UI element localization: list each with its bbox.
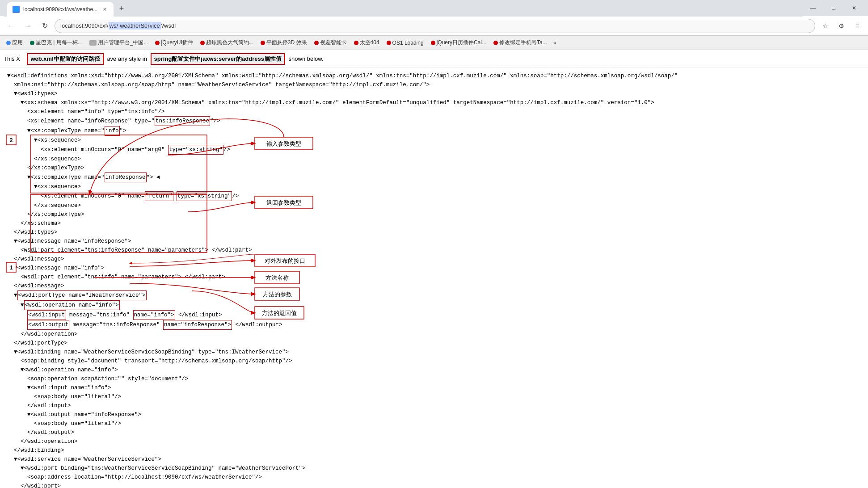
- bookmark-dark-theme[interactable]: 超炫黑色大气简约...: [198, 38, 256, 47]
- xml-line-28: <wsdl:output message="tns:infoResponse" …: [7, 320, 861, 330]
- xml-line-42: </wsdl:binding>: [7, 446, 861, 455]
- page-content: This X web.xml中配置的访问路径 ave any style in …: [0, 50, 868, 488]
- address-suffix: ?wsdl: [161, 22, 176, 29]
- xml-line-29: </wsdl:operation>: [7, 330, 861, 339]
- xml-line-36: <soap:body use="literal"/>: [7, 392, 861, 401]
- xml-line-10: </xs:sequence>: [7, 155, 861, 164]
- browser-tab[interactable]: 🌐 localhost:9090/cxf/ws/weathe... ✕: [7, 2, 114, 17]
- xml-line-5: <xs:element name="info" type="tns:info"/…: [7, 107, 861, 116]
- xml-line-15: </xs:sequence>: [7, 201, 861, 210]
- xml-line-27: <wsdl:input message="tns:info" name="inf…: [7, 310, 861, 320]
- xml-line-31: ▼<wsdl:binding name="WeatherServiceServi…: [7, 348, 861, 357]
- extensions-icon[interactable]: ⚙: [834, 19, 848, 33]
- bookmark-phone[interactable]: 修改绑定手机号Ta...: [491, 38, 550, 47]
- xml-line-1: ▼<wsdl:definitions xmlns:xsd="http://www…: [7, 72, 861, 80]
- bookmarks-bar: 应用 星巴克 | 用每一杯... 用户管理平台_中国... jQueryUI插件…: [0, 36, 868, 50]
- address-bar[interactable]: localhost:9090/cxf/ws/weatherService?wsd…: [55, 19, 815, 33]
- bookmark-label: 星巴克 | 用每一杯...: [36, 39, 82, 46]
- new-tab-button[interactable]: +: [115, 2, 128, 15]
- xml-line-21: </wsdl:message>: [7, 255, 861, 264]
- bookmark-icon: [493, 41, 498, 45]
- address-prefix: localhost:9090/cxf/: [60, 22, 109, 29]
- xml-line-26: ▼<wsdl:operation name="info">: [7, 300, 861, 310]
- bookmark-label: OS1 Loading: [392, 40, 424, 46]
- bookmark-apps[interactable]: 应用: [4, 38, 25, 47]
- xml-line-11: </xs:complexType>: [7, 164, 861, 172]
- bookmark-parallax[interactable]: 视差智能卡: [312, 38, 350, 47]
- xml-line-16: </xs:complexType>: [7, 210, 861, 219]
- xml-line-34: <soap:operation soapAction="" style="doc…: [7, 374, 861, 383]
- window-controls: — □ ✕: [803, 0, 864, 16]
- xml-line-37: </wsdl:input>: [7, 401, 861, 410]
- bookmark-3d-effect[interactable]: 平面悬停3D 效果: [258, 38, 310, 47]
- xml-line-33: ▼<wsdl:operation name="info">: [7, 366, 861, 374]
- bookmark-icon: [314, 41, 319, 45]
- xml-line-38: ▼<wsdl:output name="infoResponse">: [7, 410, 861, 419]
- bookmark-label: 超炫黑色大气简约...: [206, 39, 253, 46]
- tab-label: localhost:9090/cxf/ws/weathe...: [23, 6, 97, 13]
- xml-content: ▼<wsdl:definitions xmlns:xsd="http://www…: [0, 68, 868, 488]
- refresh-button[interactable]: ↻: [38, 19, 52, 33]
- bookmark-icon: [30, 41, 34, 45]
- maximize-button[interactable]: □: [823, 0, 844, 16]
- bookmark-jquery-ui[interactable]: jQueryUI插件: [152, 38, 195, 47]
- toolbar-icons: ☆ ⚙ ≡: [818, 19, 864, 33]
- bookmark-icon: [155, 41, 160, 45]
- xml-line-14: <xs:element minOccurs="0" name="return" …: [7, 191, 861, 201]
- xml-line-30: </wsdl:portType>: [7, 339, 861, 348]
- xml-line-4: ▼<xs:schema xmlns:xs="http://www.w3.org/…: [7, 98, 861, 107]
- xml-line-2: xmlns:ns1="http://schemas.xmlsoap.org/so…: [7, 80, 861, 89]
- bookmark-label: 修改绑定手机号Ta...: [499, 39, 547, 46]
- xml-line-45: <soap:address location="http://localhost…: [7, 473, 861, 482]
- close-button[interactable]: ✕: [844, 0, 864, 16]
- menu-icon[interactable]: ≡: [850, 19, 864, 33]
- bookmark-label: 平面悬停3D 效果: [266, 39, 307, 46]
- bookmark-starbucks[interactable]: 星巴克 | 用每一杯...: [27, 38, 85, 47]
- back-button[interactable]: ←: [4, 19, 18, 33]
- bookmark-icon: [387, 41, 391, 45]
- forward-button[interactable]: →: [21, 19, 35, 33]
- browser-chrome: 🌐 localhost:9090/cxf/ws/weathe... ✕ + — …: [0, 0, 868, 50]
- xml-line-13: ▼<xs:sequence>: [7, 182, 861, 191]
- xml-line-24: </wsdl:message>: [7, 282, 861, 290]
- xml-line-25: ▼<wsdl:portType name="IWeatherService">: [7, 290, 861, 300]
- xml-line-12: ▼<xs:complexType name="infoResponse"> ◄: [7, 172, 861, 182]
- xml-line-3: ▼<wsdl:types>: [7, 89, 861, 98]
- bookmark-icon: [261, 41, 265, 45]
- xml-line-17: </xs:schema>: [7, 219, 861, 228]
- xml-line-9: <xs:element minOccurs="0" name="arg0" ty…: [7, 145, 861, 155]
- bookmark-os1[interactable]: OS1 Loading: [384, 39, 426, 47]
- page-wrapper: This X web.xml中配置的访问路径 ave any style in …: [0, 50, 868, 488]
- bookmark-404[interactable]: 太空404: [351, 38, 382, 47]
- annotation-bar: This X web.xml中配置的访问路径 ave any style in …: [0, 50, 868, 68]
- bookmark-label: jQueryUI插件: [161, 39, 193, 46]
- bookmark-label: 应用: [12, 39, 23, 46]
- bookmark-usermgmt[interactable]: 用户管理平台_中国...: [87, 38, 151, 47]
- bookmark-icon: [6, 41, 11, 45]
- xml-line-32: <soap:binding style="document" transport…: [7, 357, 861, 366]
- xml-line-44: ▼<wsdl:port binding="tns:WeatherServiceS…: [7, 464, 861, 473]
- xml-line-35: ▼<wsdl:input name="info">: [7, 383, 861, 392]
- xml-line-39: <soap:body use="literal"/>: [7, 419, 861, 428]
- xml-line-40: </wsdl:output>: [7, 428, 861, 437]
- bookmark-jquery-cal[interactable]: jQuery日历插件Cal...: [428, 38, 489, 47]
- xml-line-23: <wsdl:part element="tns:info" name="para…: [7, 273, 861, 282]
- bookmark-label: 视差智能卡: [320, 39, 347, 46]
- bookmark-label: 太空404: [360, 39, 379, 46]
- anno-text1: This X: [4, 55, 20, 62]
- title-bar: 🌐 localhost:9090/cxf/ws/weathe... ✕ + — …: [0, 0, 868, 16]
- bookmark-star-icon[interactable]: ☆: [818, 19, 832, 33]
- bookmarks-more-btn[interactable]: »: [552, 39, 558, 47]
- xml-line-20: <wsdl:part element="tns:infoResponse" na…: [7, 246, 861, 255]
- bookmark-icon: [431, 41, 435, 45]
- address-ws-highlight: ws/: [109, 22, 119, 29]
- minimize-button[interactable]: —: [803, 0, 823, 16]
- anno-label2: spring配置文件中jaxws:server的address属性值: [151, 53, 285, 65]
- xml-line-19: ▼<wsdl:message name="infoResponse">: [7, 237, 861, 246]
- tab-bar: 🌐 localhost:9090/cxf/ws/weathe... ✕ +: [4, 0, 803, 17]
- tab-close-btn[interactable]: ✕: [101, 6, 108, 13]
- xml-line-46: </wsdl:port>: [7, 482, 861, 488]
- xml-line-41: </wsdl:operation>: [7, 437, 861, 446]
- bookmark-label: 用户管理平台_中国...: [98, 39, 148, 46]
- bookmark-label: jQuery日历插件Cal...: [437, 39, 486, 46]
